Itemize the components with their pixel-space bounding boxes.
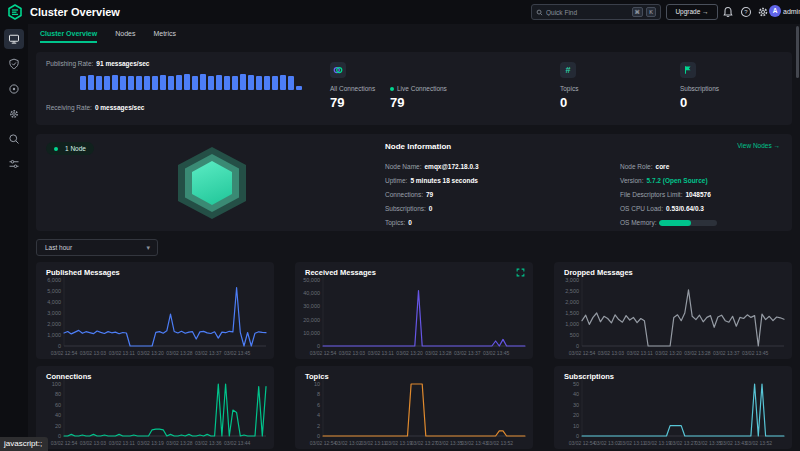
sidebar-item-system[interactable]: [4, 154, 24, 174]
node-name-row: Node Name:emqx@172.18.0.3: [385, 160, 479, 174]
tab-nodes[interactable]: Nodes: [115, 30, 135, 43]
tab-bar: Cluster Overview Nodes Metrics: [40, 30, 176, 43]
svg-text:03/02 13:43: 03/02 13:43: [461, 440, 488, 446]
sliders-icon: [8, 158, 20, 170]
upgrade-button[interactable]: Upgrade →: [666, 4, 718, 20]
help-icon[interactable]: ?: [740, 6, 752, 18]
tab-cluster-overview[interactable]: Cluster Overview: [40, 30, 97, 43]
stats-panel: Publishing Rate:91 messages/sec Receivin…: [36, 52, 792, 125]
svg-text:03/02 12:54: 03/02 12:54: [51, 440, 78, 446]
svg-text:30,000: 30,000: [303, 303, 320, 309]
svg-text:03/02 13:28: 03/02 13:28: [425, 350, 452, 356]
svg-text:1,000: 1,000: [565, 321, 579, 327]
svg-text:03/02 12:54: 03/02 12:54: [310, 440, 337, 446]
svg-text:10: 10: [314, 381, 320, 387]
subscriptions-stat: Subscriptions 0: [680, 62, 719, 110]
topics-chart: Topics 024681003/02 12:5403/02 13:0203/0…: [295, 366, 533, 449]
top-bar: Cluster Overview ⌘ K Upgrade → ? A admin: [0, 0, 800, 24]
svg-text:03/02 12:54: 03/02 12:54: [569, 350, 596, 356]
all-connections-stat: All Connections 79: [330, 62, 375, 110]
all-connections-value: 79: [330, 95, 375, 110]
svg-text:03/02 13:19: 03/02 13:19: [137, 440, 164, 446]
svg-text:1,500: 1,500: [565, 310, 579, 316]
view-nodes-link[interactable]: View Nodes →: [737, 142, 780, 149]
time-range-select[interactable]: Last hour ▾: [36, 239, 158, 256]
svg-text:03/02 13:27: 03/02 13:27: [670, 440, 697, 446]
expand-icon[interactable]: [516, 268, 525, 277]
subscriptions-row: Subscriptions:0: [385, 202, 479, 216]
svg-text:20,000: 20,000: [303, 317, 320, 323]
scrollbar[interactable]: [796, 26, 799, 78]
svg-text:03/02 13:28: 03/02 13:28: [166, 350, 193, 356]
svg-text:03/02 13:11: 03/02 13:11: [109, 350, 135, 356]
integration-icon: [8, 83, 20, 95]
avatar[interactable]: A: [769, 5, 781, 17]
quick-find-search[interactable]: ⌘ K: [531, 4, 661, 20]
svg-text:60: 60: [55, 402, 61, 408]
svg-text:03/02 13:27: 03/02 13:27: [411, 440, 438, 446]
svg-text:3,000: 3,000: [565, 277, 579, 283]
connections-row: Connections:79: [385, 188, 479, 202]
svg-text:03/02 13:19: 03/02 13:19: [386, 440, 413, 446]
sidebar-item-diagnose[interactable]: [4, 129, 24, 149]
username-label[interactable]: admin: [783, 0, 800, 24]
svg-text:40: 40: [55, 412, 61, 418]
receiving-rate: Receiving Rate:0 messages/sec: [46, 104, 144, 111]
topics-stat: # Topics 0: [560, 62, 578, 110]
subscriptions-label: Subscriptions: [680, 85, 719, 92]
svg-text:03/02 13:52: 03/02 13:52: [487, 440, 514, 446]
memory-progress-bar: [659, 220, 717, 226]
svg-text:03/02 12:54: 03/02 12:54: [51, 350, 78, 356]
tab-metrics[interactable]: Metrics: [153, 30, 176, 43]
svg-text:0: 0: [58, 343, 61, 349]
gear-icon[interactable]: [757, 6, 769, 18]
monitor-icon: [8, 33, 20, 45]
svg-text:03/02 13:36: 03/02 13:36: [195, 440, 222, 446]
node-hexagon-graphic[interactable]: [174, 144, 250, 222]
svg-text:5,000: 5,000: [47, 288, 61, 294]
node-count-badge: 1 Node: [46, 142, 94, 155]
topics-value: 0: [560, 95, 578, 110]
sidebar-item-management[interactable]: [4, 104, 24, 124]
svg-text:2: 2: [317, 423, 320, 429]
svg-text:40: 40: [573, 391, 579, 397]
svg-text:03/02 13:03: 03/02 13:03: [80, 350, 107, 356]
node-info-right-column: Node Role:core Version:5.7.2 (Open Sourc…: [620, 160, 717, 230]
svg-text:30: 30: [573, 402, 579, 408]
bell-icon[interactable]: [722, 6, 734, 18]
node-status-dot-icon: [54, 147, 58, 151]
svg-text:03/02 13:03: 03/02 13:03: [80, 440, 107, 446]
svg-text:03/02 13:20: 03/02 13:20: [655, 350, 682, 356]
publish-rate-bar-chart: [80, 72, 310, 90]
svg-text:03/02 13:02: 03/02 13:02: [335, 440, 362, 446]
svg-text:03/02 13:03: 03/02 13:03: [598, 350, 625, 356]
svg-text:03/02 13:19: 03/02 13:19: [645, 440, 672, 446]
svg-text:03/02 12:54: 03/02 12:54: [569, 440, 596, 446]
cpu-load-row: OS CPU Load:0.53/0.64/0.3: [620, 202, 717, 216]
svg-text:03/02 13:20: 03/02 13:20: [137, 350, 164, 356]
topics-hash-icon: #: [560, 62, 576, 78]
page-title: Cluster Overview: [30, 0, 120, 24]
svg-text:50: 50: [573, 381, 579, 387]
connections-chart: Connections 02040608010003/02 12:5403/02…: [36, 366, 274, 449]
chevron-down-icon: ▾: [146, 240, 150, 255]
svg-text:03/02 13:11: 03/02 13:11: [368, 350, 394, 356]
emqx-logo-icon[interactable]: [7, 4, 23, 20]
sidebar-item-access-control[interactable]: [4, 54, 24, 74]
svg-text:8: 8: [317, 391, 320, 397]
svg-text:0: 0: [317, 343, 320, 349]
published-messages-chart: Published Messages 01,0002,0003,0004,000…: [36, 262, 274, 359]
svg-text:03/02 13:45: 03/02 13:45: [742, 350, 769, 356]
node-role-row: Node Role:core: [620, 160, 717, 174]
sidebar-item-integration[interactable]: [4, 79, 24, 99]
svg-text:03/02 13:52: 03/02 13:52: [746, 440, 773, 446]
subscriptions-value: 0: [680, 95, 719, 110]
search-icon: [536, 9, 543, 16]
svg-text:03/02 12:54: 03/02 12:54: [310, 350, 337, 356]
os-memory-row: OS Memory:: [620, 216, 717, 230]
svg-text:0: 0: [576, 343, 579, 349]
publishing-rate: Publishing Rate:91 messages/sec: [46, 60, 149, 67]
search-input[interactable]: [546, 9, 629, 16]
sidebar-item-monitoring[interactable]: [4, 29, 24, 49]
svg-text:03/02 13:28: 03/02 13:28: [684, 350, 711, 356]
